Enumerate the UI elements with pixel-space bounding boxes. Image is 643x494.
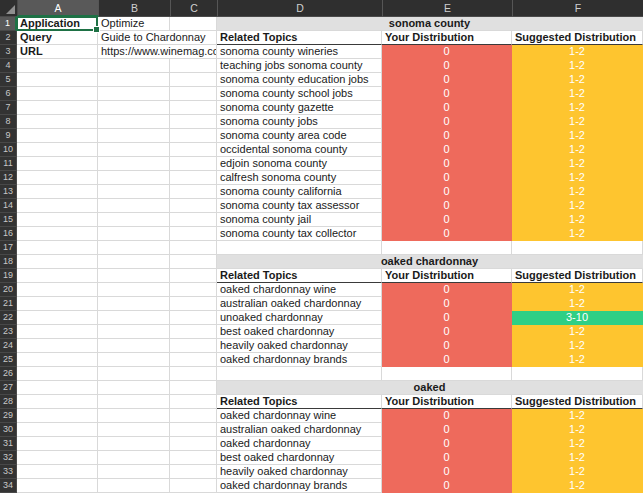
cell-A4[interactable] [17,59,98,73]
cell-B6[interactable] [98,87,170,101]
cell-A8[interactable] [17,115,98,129]
cell-D30[interactable]: australian oaked chardonnay [217,423,382,437]
column-header-A[interactable]: A [18,0,99,17]
row-header-4[interactable]: 4 [0,59,17,73]
cell-E20[interactable]: 0 [382,283,512,297]
cell-F20[interactable]: 1-2 [512,283,643,297]
cell-F3[interactable]: 1-2 [512,45,643,59]
cell-E15[interactable]: 0 [382,213,512,227]
cell-D22[interactable]: unoaked chardonnay [217,311,382,325]
cell-E32[interactable]: 0 [382,451,512,465]
cell-D24[interactable]: heavily oaked chardonnay [217,339,382,353]
cell-F32[interactable]: 1-2 [512,451,643,465]
cell-D25[interactable]: oaked chardonnay brands [217,353,382,367]
cell-F17[interactable] [512,241,643,255]
cell-B29[interactable] [98,409,170,423]
row-header-16[interactable]: 16 [0,227,17,241]
cell-D1-section-band[interactable]: sonoma county [217,17,643,31]
cell-F28[interactable]: Suggested Distribution [512,395,643,409]
row-header-13[interactable]: 13 [0,185,17,199]
cell-F5[interactable]: 1-2 [512,73,643,87]
cell-F24[interactable]: 1-2 [512,339,643,353]
cell-B34[interactable] [98,479,170,493]
cell-D3[interactable]: sonoma county wineries [217,45,382,59]
cell-C14[interactable] [170,199,217,213]
cell-A7[interactable] [17,101,98,115]
cell-F14[interactable]: 1-2 [512,199,643,213]
column-header-B[interactable]: B [99,0,171,17]
row-header-27[interactable]: 27 [0,381,17,395]
cell-B7[interactable] [98,101,170,115]
cell-F30[interactable]: 1-2 [512,423,643,437]
cell-A11[interactable] [17,157,98,171]
cell-E19[interactable]: Your Distribution [382,269,512,283]
cell-E22[interactable]: 0 [382,311,512,325]
cell-C19[interactable] [170,269,217,283]
cell-B25[interactable] [98,353,170,367]
cell-A9[interactable] [17,129,98,143]
cell-C5[interactable] [170,73,217,87]
cell-B15[interactable] [98,213,170,227]
cell-D10[interactable]: occidental sonoma county [217,143,382,157]
cell-C9[interactable] [170,129,217,143]
cell-A22[interactable] [17,311,98,325]
cell-D11[interactable]: edjoin sonoma county [217,157,382,171]
cell-B19[interactable] [98,269,170,283]
cell-B22[interactable] [98,311,170,325]
cell-E11[interactable]: 0 [382,157,512,171]
cell-B28[interactable] [98,395,170,409]
cell-D7[interactable]: sonoma county gazette [217,101,382,115]
column-header-C[interactable]: C [171,0,218,17]
cell-B30[interactable] [98,423,170,437]
cell-F4[interactable]: 1-2 [512,59,643,73]
cell-F11[interactable]: 1-2 [512,157,643,171]
cell-D9[interactable]: sonoma county area code [217,129,382,143]
cell-F7[interactable]: 1-2 [512,101,643,115]
cell-E29[interactable]: 0 [382,409,512,423]
row-header-5[interactable]: 5 [0,73,17,87]
cell-B3[interactable]: https://www.winemag.com [98,45,217,59]
cell-A29[interactable] [17,409,98,423]
cell-F2[interactable]: Suggested Distribution [512,31,643,45]
cell-A2[interactable]: Query [17,31,98,45]
row-header-12[interactable]: 12 [0,171,17,185]
cell-C4[interactable] [170,59,217,73]
cell-E9[interactable]: 0 [382,129,512,143]
cell-F16[interactable]: 1-2 [512,227,643,241]
cell-C18[interactable] [170,255,217,269]
row-header-17[interactable]: 17 [0,241,17,255]
cell-A12[interactable] [17,171,98,185]
cell-F8[interactable]: 1-2 [512,115,643,129]
cell-D18-section-band[interactable]: oaked chardonnay [217,255,643,269]
cell-D8[interactable]: sonoma county jobs [217,115,382,129]
cell-D4[interactable]: teaching jobs sonoma county [217,59,382,73]
row-header-7[interactable]: 7 [0,101,17,115]
cell-E17[interactable] [382,241,512,255]
column-header-F[interactable]: F [513,0,643,17]
row-header-10[interactable]: 10 [0,143,17,157]
cell-C23[interactable] [170,325,217,339]
cell-C1[interactable] [170,17,217,31]
cell-E30[interactable]: 0 [382,423,512,437]
cell-B1[interactable]: Optimize [98,17,170,31]
cell-D13[interactable]: sonoma county california [217,185,382,199]
select-all-corner[interactable] [0,0,18,17]
cell-E3[interactable]: 0 [382,45,512,59]
cell-E10[interactable]: 0 [382,143,512,157]
cell-C16[interactable] [170,227,217,241]
row-header-11[interactable]: 11 [0,157,17,171]
row-header-22[interactable]: 22 [0,311,17,325]
cell-A24[interactable] [17,339,98,353]
cell-B14[interactable] [98,199,170,213]
row-header-1[interactable]: 1 [0,17,17,31]
row-header-18[interactable]: 18 [0,255,17,269]
cell-A13[interactable] [17,185,98,199]
cell-A31[interactable] [17,437,98,451]
cell-A21[interactable] [17,297,98,311]
cell-B26[interactable] [98,367,170,381]
cell-F9[interactable]: 1-2 [512,129,643,143]
cell-D27-section-band[interactable]: oaked [217,381,643,395]
cell-E4[interactable]: 0 [382,59,512,73]
row-header-29[interactable]: 29 [0,409,17,423]
cell-A25[interactable] [17,353,98,367]
